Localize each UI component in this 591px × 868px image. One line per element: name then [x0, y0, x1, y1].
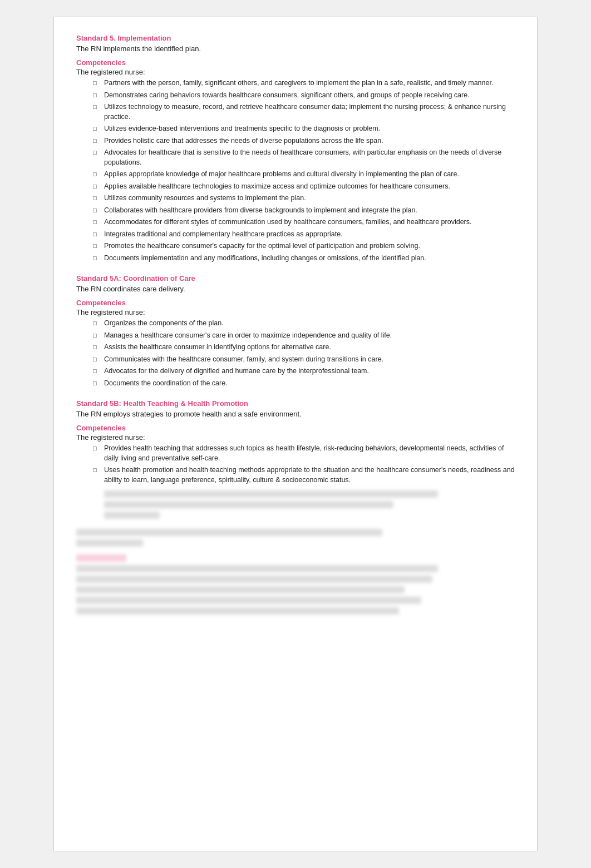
- standard5-section: Standard 5. Implementation The RN implem…: [76, 34, 515, 263]
- list-item: Collaborates with healthcare providers f…: [93, 206, 515, 216]
- list-item: Provides holistic care that addresses th…: [93, 136, 515, 146]
- list-item: Advocates for healthcare that is sensiti…: [93, 148, 515, 167]
- list-item: Communicates with the healthcare consume…: [93, 355, 515, 365]
- blurred-content-3: [76, 554, 515, 614]
- standard5b-section: Standard 5B: Health Teaching & Health Pr…: [76, 399, 515, 614]
- list-item: Accommodates for different styles of com…: [93, 217, 515, 227]
- standard5-rn-label: The registered nurse:: [76, 68, 515, 76]
- list-item: Utilizes evidence-based interventions an…: [93, 124, 515, 134]
- standard5a-competencies-label: Competencies: [76, 299, 515, 307]
- list-item: Uses health promotion and health teachin…: [93, 465, 515, 485]
- list-item: Integrates traditional and complementary…: [93, 230, 515, 240]
- standard5a-list: Organizes the components of the plan. Ma…: [93, 319, 515, 388]
- list-item: Organizes the components of the plan.: [93, 319, 515, 329]
- standard5b-desc: The RN employs strategies to promote hea…: [76, 410, 515, 418]
- standard5b-list: Provides health teaching that addresses …: [93, 444, 515, 485]
- list-item: Promotes the healthcare consumer's capac…: [93, 241, 515, 251]
- standard5b-title: Standard 5B: Health Teaching & Health Pr…: [76, 399, 515, 408]
- standard5a-title: Standard 5A: Coordination of Care: [76, 274, 515, 282]
- standard5a-rn-label: The registered nurse:: [76, 308, 515, 316]
- list-item: Applies available healthcare technologie…: [93, 182, 515, 192]
- standard5a-section: Standard 5A: Coordination of Care The RN…: [76, 274, 515, 388]
- list-item: Applies appropriate knowledge of major h…: [93, 170, 515, 180]
- standard5b-competencies-label: Competencies: [76, 424, 515, 432]
- list-item: Partners with the person, family, signif…: [93, 78, 515, 88]
- list-item: Advocates for the delivery of dignified …: [93, 366, 515, 376]
- list-item: Documents implementation and any modific…: [93, 254, 515, 264]
- list-item: Assists the healthcare consumer in ident…: [93, 343, 515, 353]
- list-item: Utilizes technology to measure, record, …: [93, 102, 515, 122]
- standard5b-rn-label: The registered nurse:: [76, 433, 515, 442]
- list-item: Documents the coordination of the care.: [93, 379, 515, 389]
- standard5-list: Partners with the person, family, signif…: [93, 78, 515, 263]
- blurred-content-2: [76, 529, 515, 547]
- standard5-desc: The RN implements the identified plan.: [76, 44, 515, 53]
- standard5-competencies-label: Competencies: [76, 58, 515, 67]
- list-item: Utilizes community resources and systems…: [93, 194, 515, 204]
- list-item: Manages a healthcare consumer's care in …: [93, 331, 515, 341]
- blurred-content: [104, 490, 515, 519]
- list-item: Demonstrates caring behaviors towards he…: [93, 91, 515, 101]
- list-item: Provides health teaching that addresses …: [93, 444, 515, 463]
- page-container: Standard 5. Implementation The RN implem…: [53, 17, 538, 851]
- standard5a-desc: The RN coordinates care delivery.: [76, 285, 515, 293]
- standard5-title: Standard 5. Implementation: [76, 34, 515, 42]
